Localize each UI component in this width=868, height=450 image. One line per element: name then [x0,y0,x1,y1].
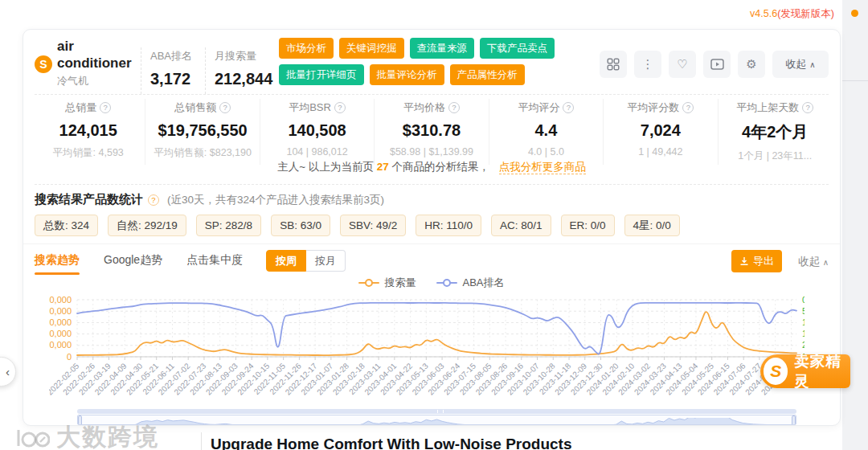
stat-column: 平均价格?$310.78$58.98 | $1,139.99 [374,99,488,165]
svg-text:0: 0 [67,352,72,362]
sidebar-expand-handle[interactable]: ‹ [0,357,16,387]
trend-tab[interactable]: Google趋势 [104,253,162,275]
stat-subvalue: 104 | 986,012 [260,146,374,158]
stats-row: 总销量?124,015平均销量: 4,593总销售额?$19,756,550平均… [31,99,832,165]
datazoom-track[interactable] [77,409,796,414]
trend-chart-svg: 1,000,0000800,0005,000600,00010,000400,0… [49,292,805,409]
sellersprite-brand-badge[interactable]: S 卖家精灵 [760,354,850,388]
more-kebab-icon[interactable]: ⋮ [634,51,661,78]
result-count-chip: SP: 282/8 [196,215,261,236]
analyze-more-link[interactable]: 点我分析更多商品 [499,161,586,174]
export-button[interactable]: 导出 [731,250,782,272]
sellersprite-logo-icon: S [35,55,52,73]
brand-badge-label: 卖家精灵 [794,351,850,391]
stat-value: 140,508 [260,121,374,140]
stat-value: $310.78 [375,121,488,140]
stat-subvalue: 平均销量: 4,593 [31,146,145,160]
datazoom-right-handle[interactable] [792,415,796,425]
export-label: 导出 [753,250,774,272]
period-option[interactable]: 按月 [306,250,346,272]
result-count-chip: HR: 110/0 [416,215,481,236]
help-icon[interactable]: ? [219,102,231,113]
stat-column: 平均BSR?140,508104 | 986,012 [260,99,374,165]
result-count-chip: 自然: 292/19 [108,215,186,236]
summary-prefix: 主人~ 以上为当前页 [277,161,374,173]
aba-rank-metric: ABA排名 3,172 [150,49,192,88]
stat-subvalue: 4.0 | 5.0 [489,146,603,158]
summary-suffix: 个商品的分析结果， [391,161,489,173]
collapse-panel-button[interactable]: 收起 ∧ [772,51,829,78]
help-icon[interactable]: ? [100,102,111,113]
sellersprite-panel: S air conditioner 冷气机 ABA排名 3,172 月搜索量 2… [23,29,841,426]
update-link[interactable]: (发现新版本) [777,8,834,19]
help-icon[interactable]: ? [802,102,813,113]
product-title-link[interactable]: Upgrade Home Comfort With Low-Noise Prod… [211,436,572,450]
legend-item[interactable]: ABA排名 [436,276,504,290]
help-icon[interactable]: ? [448,102,460,113]
legend-marker-icon [436,279,457,287]
stat-value: $19,756,550 [145,121,259,140]
settings-gear-icon[interactable]: ⚙ [738,51,765,78]
svg-text:20,000: 20,000 [802,340,805,350]
result-count-chip: ER: 0/0 [561,215,615,236]
result-count-chip: SBV: 49/2 [340,215,406,236]
keyword-line1: air [57,38,132,55]
stat-value: 4.4 [489,121,603,140]
version-bar: v4.5.6(发现新版本) [750,7,834,21]
svg-text:200,000: 200,000 [49,340,72,350]
action-button[interactable]: 批量打开详细页 [279,64,364,85]
trend-tab[interactable]: 点击集中度 [186,253,243,275]
favorite-heart-icon[interactable]: ♡ [669,51,696,78]
apps-grid-icon[interactable] [600,51,627,78]
svg-text:400,000: 400,000 [49,329,72,338]
stat-label: 平均价格? [375,100,488,115]
svg-text:0: 0 [802,295,805,305]
stat-column: 总销量?124,015平均销量: 4,593 [31,99,145,165]
stat-subvalue: $58.98 | $1,139.99 [375,146,488,158]
help-icon[interactable]: ? [563,102,574,113]
help-icon[interactable]: ? [148,194,159,206]
action-button[interactable]: 查流量来源 [410,38,475,59]
divider [205,47,206,94]
trend-tab[interactable]: 搜索趋势 [35,253,80,275]
stat-value: 124,015 [31,121,145,140]
collapse-label: 收起 [785,57,806,72]
search-volume-value: 212,844 [215,70,272,88]
collapse-chart-button[interactable]: 收起 ∧ [798,255,829,269]
svg-text:15,000: 15,000 [802,329,805,338]
video-tutorial-icon[interactable] [703,51,731,78]
action-button[interactable]: 市场分析 [279,38,334,59]
legend-item[interactable]: 搜索量 [358,276,416,290]
datazoom-slider[interactable] [77,409,796,425]
action-button[interactable]: 下载产品卖点 [480,38,555,59]
download-icon [739,256,749,266]
action-button[interactable]: 产品属性分析 [450,64,525,85]
legend-label: ABA排名 [462,276,504,290]
period-option[interactable]: 按周 [266,250,306,272]
help-icon[interactable]: ? [682,102,694,113]
result-count-chip: AC: 80/1 [491,215,551,236]
datazoom-grip-icon[interactable] [437,410,444,413]
action-button[interactable]: 批量评论分析 [370,64,444,85]
stat-column: 平均评分数?7,0241 | 49,442 [603,99,717,165]
result-count-chip: 4星: 0/0 [624,215,680,236]
stat-value: 7,024 [604,121,717,140]
aba-rank-label: ABA排名 [150,49,192,63]
svg-text:5,000: 5,000 [802,306,805,316]
svg-text:800,000: 800,000 [49,306,72,316]
stat-label: 平均评分数? [604,100,717,115]
watermark-text: 大数跨境 [56,421,159,450]
stat-subvalue: 1 | 49,442 [604,146,717,158]
period-toggle: 按周按月 [266,250,346,272]
section-subtitle: (近30天，共有324个产品进入搜索结果前3页) [167,193,384,207]
chevron-up-icon: ∧ [809,60,815,69]
divider [23,243,840,244]
datazoom-preview[interactable] [77,415,796,425]
keyword-block: air conditioner 冷气机 [57,38,132,88]
help-icon[interactable]: ? [334,102,346,113]
stat-value: 4年2个月 [719,121,832,143]
divider [35,94,829,95]
action-button[interactable]: 关键词挖掘 [339,38,404,59]
watermark: 大数跨境 [14,421,159,450]
aba-rank-value: 3,172 [150,70,192,88]
